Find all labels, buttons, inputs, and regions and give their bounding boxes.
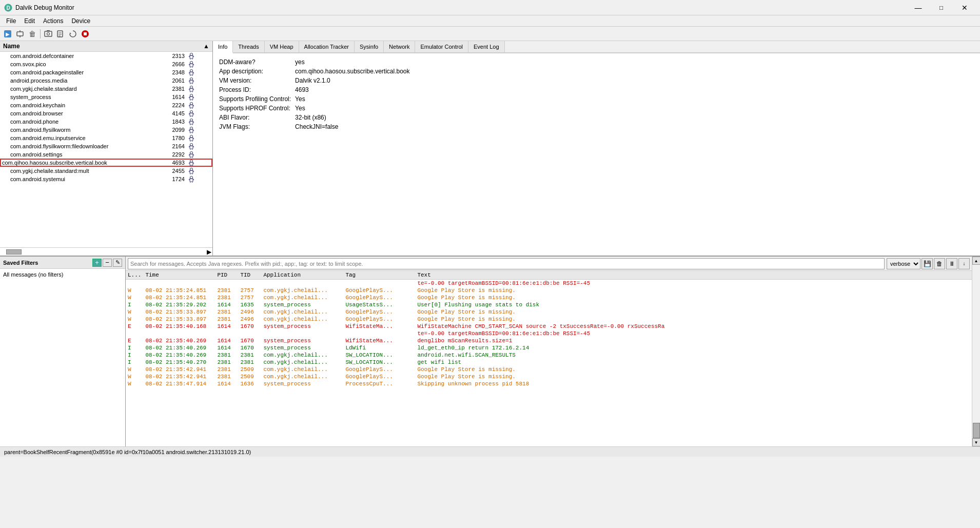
tab-info[interactable]: Info: [213, 41, 233, 53]
log-time: 08-02 21:35:40.269: [143, 344, 215, 351]
table-row[interactable]: com.android.defcontainer 2313: [0, 52, 212, 60]
tab-emulator-control[interactable]: Emulator Control: [415, 41, 468, 52]
log-row[interactable]: I 08-02 21:35:29.202 1614 1635 system_pr…: [126, 301, 972, 308]
log-row[interactable]: W 08-02 21:35:47.914 1614 1636 system_pr…: [126, 380, 972, 387]
menu-edit[interactable]: Edit: [20, 16, 39, 26]
tab-allocation-tracker[interactable]: Allocation Tracker: [299, 41, 355, 52]
log-app: com.ygkj.chelail...: [261, 308, 343, 316]
log-row[interactable]: W 08-02 21:35:33.897 2381 2496 com.ygkj.…: [126, 308, 972, 316]
log-row[interactable]: I 08-02 21:35:40.269 2381 2381 com.ygkj.…: [126, 351, 972, 359]
table-row[interactable]: com.android.settings 2292: [0, 150, 212, 159]
process-debug-icon: [187, 52, 200, 60]
process-name: system_process: [0, 93, 158, 101]
scroll-thumb[interactable]: [973, 423, 980, 438]
verbose-select[interactable]: verbose debug info warn error: [887, 258, 920, 269]
table-row[interactable]: com.android.packageinstaller 2348: [0, 68, 212, 76]
screen-capture-button[interactable]: [43, 28, 54, 40]
toggle-log-button[interactable]: ⏸: [946, 258, 957, 269]
log-level: W: [126, 373, 143, 380]
h-scrollbar-thumb[interactable]: [6, 249, 22, 255]
toolbar-separator-1: [40, 29, 41, 38]
debug-selected-button[interactable]: ▶: [2, 28, 13, 40]
log-row[interactable]: W 08-02 21:35:24.851 2381 2757 com.ygkj.…: [126, 294, 972, 301]
log-row[interactable]: W 08-02 21:35:42.941 2381 2509 com.ygkj.…: [126, 373, 972, 380]
close-button[interactable]: ✕: [953, 0, 976, 15]
kill-process-button[interactable]: 🗑: [27, 28, 38, 40]
log-row[interactable]: te=-0.00 targetRoamBSSID=00:81:6e:e1:db:…: [126, 330, 972, 337]
process-name: com.android.flysilkworm:filedownloader: [0, 142, 158, 150]
log-app: system_process: [261, 337, 343, 344]
table-row[interactable]: com.ygkj.chelaile.standard 2381: [0, 85, 212, 93]
restore-button[interactable]: □: [930, 0, 953, 15]
table-row[interactable]: com.android.phone 1843: [0, 118, 212, 126]
menu-actions[interactable]: Actions: [39, 16, 67, 26]
log-row[interactable]: E 08-02 21:35:40.269 1614 1670 system_pr…: [126, 337, 972, 344]
table-row[interactable]: system_process 1614: [0, 93, 212, 101]
scroll-log-button[interactable]: ↓: [958, 258, 970, 269]
process-debug-icon: [187, 167, 200, 175]
process-pid: 2313: [158, 52, 187, 60]
process-debug-icon: [187, 60, 200, 68]
minimize-button[interactable]: —: [907, 0, 930, 15]
scroll-up-arrow[interactable]: ▲: [203, 43, 209, 50]
tab-event-log[interactable]: Event Log: [468, 41, 505, 52]
process-name: com.android.flysilkworm: [0, 126, 158, 134]
cause-gc-button[interactable]: [67, 28, 79, 40]
tab-network[interactable]: Network: [384, 41, 415, 52]
table-row[interactable]: com.android.keychain 2224: [0, 101, 212, 109]
log-row[interactable]: E 08-02 21:35:40.168 1614 1670 system_pr…: [126, 323, 972, 330]
process-debug-icon: [187, 93, 200, 101]
log-row[interactable]: I 08-02 21:35:40.269 1614 1670 system_pr…: [126, 344, 972, 351]
log-row[interactable]: te=-0.00 targetRoamBSSID=00:81:6e:e1:db:…: [126, 280, 972, 287]
table-row[interactable]: com.android.flysilkworm:filedownloader 2…: [0, 142, 212, 150]
log-scrollbar[interactable]: ▲ ▼: [972, 257, 980, 446]
log-pid: 2381: [215, 373, 238, 380]
log-tag: [343, 280, 415, 287]
change-port-button[interactable]: [14, 28, 26, 40]
scroll-up-btn[interactable]: ▲: [972, 257, 981, 265]
log-search-input[interactable]: [128, 258, 885, 269]
log-level: I: [126, 344, 143, 351]
left-panel: Name ▲ com.android.defcontainer 2313: [0, 41, 213, 256]
table-row[interactable]: com.android.flysilkworm 2099: [0, 126, 212, 134]
remove-filter-button[interactable]: −: [103, 259, 112, 267]
log-row[interactable]: W 08-02 21:35:24.851 2381 2757 com.ygkj.…: [126, 287, 972, 294]
log-row[interactable]: W 08-02 21:35:42.941 2381 2509 com.ygkj.…: [126, 366, 972, 373]
log-time: [143, 280, 215, 287]
table-row[interactable]: com.ygkj.chelaile.standard:mult 2455: [0, 167, 212, 175]
save-log-button[interactable]: 💾: [922, 258, 933, 269]
tab-sysinfo[interactable]: Sysinfo: [355, 41, 384, 52]
scroll-right-arrow[interactable]: ▶: [207, 248, 211, 256]
h-scrollbar[interactable]: ▶: [0, 247, 212, 256]
table-row[interactable]: com.android.browser 4145: [0, 109, 212, 118]
log-text: Google Play Store is missing.: [415, 316, 972, 323]
process-debug-icon: [187, 142, 200, 150]
table-row[interactable]: com.android.emu.inputservice 1780: [0, 134, 212, 142]
table-row[interactable]: android.process.media 2061: [0, 76, 212, 85]
log-row[interactable]: W 08-02 21:35:33.897 2381 2496 com.ygkj.…: [126, 316, 972, 323]
tab-vm-heap[interactable]: VM Heap: [265, 41, 299, 52]
process-debug-icon: [187, 101, 200, 109]
log-tag: LdWifi: [343, 344, 415, 351]
stop-button[interactable]: [80, 28, 91, 40]
menu-device[interactable]: Device: [67, 16, 94, 26]
process-pid: 1780: [158, 134, 187, 142]
log-tid: 2496: [238, 316, 261, 323]
table-row[interactable]: com.android.systemui 1724: [0, 175, 212, 183]
edit-filter-button[interactable]: ✎: [113, 259, 122, 267]
table-row[interactable]: com.qihoo.haosou.subscribe.vertical.book…: [0, 159, 212, 167]
menu-file[interactable]: File: [2, 16, 20, 26]
clear-log-button[interactable]: 🗑: [934, 258, 945, 269]
info-row: Process ID:4693: [219, 85, 414, 94]
add-filter-button[interactable]: +: [92, 259, 102, 267]
filter-item-all-messages[interactable]: All messages (no filters): [2, 271, 123, 278]
process-debug-icon: [187, 126, 200, 134]
tab-threads[interactable]: Threads: [233, 41, 264, 52]
dump-hprof-button[interactable]: [55, 28, 66, 40]
table-row[interactable]: com.svox.pico 2666: [0, 60, 212, 68]
log-table-container[interactable]: L... Time PID TID Application Tag Text t…: [126, 271, 972, 446]
scroll-down-btn[interactable]: ▼: [972, 438, 981, 446]
info-value: yes: [295, 57, 414, 67]
process-list[interactable]: com.android.defcontainer 2313 com.svox.p…: [0, 52, 212, 247]
log-row[interactable]: I 08-02 21:35:40.270 2381 2381 com.ygkj.…: [126, 359, 972, 366]
